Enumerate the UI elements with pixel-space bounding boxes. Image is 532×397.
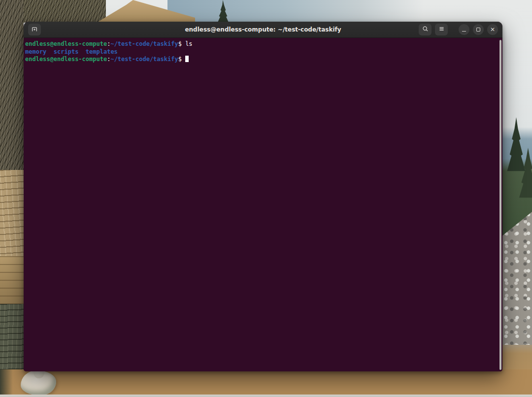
- directory-name: templates: [86, 48, 118, 56]
- ls-output-line: memory scripts templates: [25, 48, 498, 56]
- terminal-window: endless@endless-compute: ~/test-code/tas…: [24, 22, 502, 371]
- wallpaper-dark-shingles: [0, 304, 24, 373]
- wallpaper-wooden-ground: [0, 369, 532, 397]
- search-button[interactable]: [419, 24, 432, 35]
- menu-button[interactable]: [435, 24, 448, 35]
- titlebar[interactable]: endless@endless-compute: ~/test-code/tas…: [24, 22, 502, 38]
- close-button[interactable]: ✕: [487, 24, 498, 35]
- search-icon: [422, 26, 429, 33]
- wallpaper-shadow: [0, 369, 13, 397]
- terminal-scrollbar[interactable]: [499, 40, 501, 370]
- terminal-prompt-line: endless@endless-compute:~/test-code/task…: [25, 40, 498, 48]
- minimize-button[interactable]: [459, 24, 469, 35]
- wallpaper-bottom-strip: [0, 395, 532, 397]
- prompt-symbol: $: [178, 56, 182, 63]
- terminal-cursor: [185, 56, 189, 62]
- directory-name: scripts: [54, 48, 79, 56]
- minimize-icon: [462, 31, 466, 32]
- prompt-path: ~/test-code/taskify: [110, 40, 178, 47]
- wallpaper-shingles: [0, 170, 24, 256]
- new-tab-button[interactable]: [28, 24, 41, 35]
- wallpaper-branches-left: [0, 0, 24, 170]
- maximize-icon: [476, 28, 480, 32]
- prompt-path: ~/test-code/taskify: [110, 56, 178, 63]
- prompt-symbol: $: [178, 40, 182, 47]
- new-tab-icon: [31, 26, 38, 34]
- close-icon: ✕: [490, 27, 495, 33]
- terminal-prompt-line: endless@endless-compute:~/test-code/task…: [25, 56, 498, 64]
- prompt-user-host: endless@endless-compute: [25, 56, 107, 63]
- wallpaper-wood-beam: [0, 256, 24, 304]
- typed-command: ls: [185, 40, 192, 47]
- terminal-content[interactable]: endless@endless-compute:~/test-code/task…: [24, 38, 502, 371]
- directory-name: memory: [25, 48, 46, 56]
- hamburger-menu-icon: [438, 26, 445, 33]
- titlebar-controls: ✕: [419, 24, 498, 35]
- maximize-button[interactable]: [473, 24, 484, 35]
- prompt-user-host: endless@endless-compute: [25, 40, 107, 47]
- window-title: endless@endless-compute: ~/test-code/tas…: [185, 26, 341, 33]
